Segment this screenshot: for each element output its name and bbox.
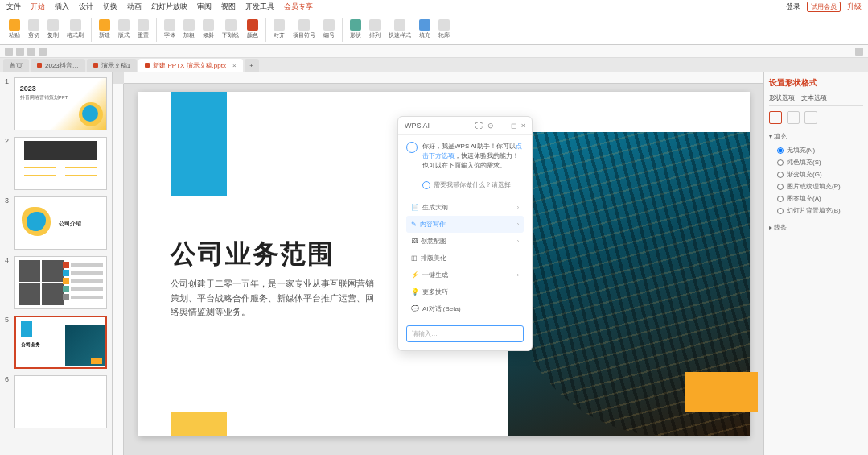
shapes-button[interactable]: 形状 bbox=[348, 18, 364, 41]
slide-panel[interactable]: 1 2023 抖音网络营销策划PPT 2 3 公司介绍 4 bbox=[0, 72, 113, 455]
format-panel-title: 设置形状格式 bbox=[769, 77, 863, 89]
doctab-3[interactable]: 新建 PPTX 演示文稿.pptx× bbox=[138, 59, 242, 72]
ai-opt-tips[interactable]: 💡更多技巧 bbox=[406, 283, 524, 300]
ai-assistant-panel: WPS AI ⛶ ⊙ — ◻ × 你好，我是WPS AI助手！你可以点击下方选项… bbox=[397, 116, 533, 351]
ai-avatar-icon bbox=[406, 142, 418, 153]
fill-pattern[interactable]: 图案填充(A) bbox=[769, 192, 863, 205]
main-area: 1 2023 抖音网络营销策划PPT 2 3 公司介绍 4 bbox=[0, 72, 868, 455]
effects-tab-icon[interactable] bbox=[787, 111, 800, 124]
doctab-2[interactable]: 演示文稿1 bbox=[87, 59, 137, 72]
ai-close-icon[interactable]: × bbox=[521, 122, 525, 130]
size-tab-icon[interactable] bbox=[804, 111, 817, 124]
menu-review[interactable]: 审阅 bbox=[197, 2, 212, 12]
login-link[interactable]: 登录 bbox=[786, 2, 800, 12]
copy-button[interactable]: 复制 bbox=[45, 18, 61, 41]
ai-opt-outline[interactable]: 📄生成大纲› bbox=[406, 199, 524, 216]
tab-shape-options[interactable]: 形状选项 bbox=[769, 93, 795, 102]
ai-options-list: 📄生成大纲› ✎内容写作› 🖼创意配图› ◫排版美化 ⚡一键生成› 💡更多技巧 … bbox=[398, 196, 532, 321]
format-panel: 设置形状格式 形状选项 文本选项 ▾ 填充 无填充(N) 纯色填充(S) 渐变填… bbox=[763, 72, 868, 455]
menu-view[interactable]: 视图 bbox=[221, 2, 236, 12]
menu-file[interactable]: 文件 bbox=[6, 2, 21, 12]
reset-button[interactable]: 重置 bbox=[135, 18, 151, 41]
outline-button[interactable]: 轮廓 bbox=[436, 18, 452, 41]
underline-button[interactable]: 下划线 bbox=[220, 18, 241, 41]
shape-yellow-rect-2[interactable] bbox=[171, 412, 227, 436]
new-slide-button[interactable]: 新建 bbox=[97, 18, 113, 41]
numbering-button[interactable]: 编号 bbox=[321, 18, 337, 41]
section-fill-header[interactable]: ▾ 填充 bbox=[769, 132, 863, 141]
slide-thumb-1[interactable]: 2023 抖音网络营销策划PPT bbox=[14, 77, 107, 130]
menu-transition[interactable]: 切换 bbox=[103, 2, 117, 12]
font-button[interactable]: 字体 bbox=[162, 18, 178, 41]
slide-thumb-5[interactable]: 公司业务 bbox=[14, 316, 107, 369]
ribbon: 粘贴 剪切 复制 格式刷 新建 版式 重置 字体 加粗 倾斜 下划线 颜色 对齐… bbox=[0, 14, 868, 45]
ring-icon bbox=[422, 181, 430, 189]
redo-icon[interactable] bbox=[27, 48, 35, 56]
tab-text-options[interactable]: 文本选项 bbox=[801, 93, 827, 102]
menu-vip[interactable]: 会员专享 bbox=[284, 2, 313, 12]
bullets-button[interactable]: 项目符号 bbox=[290, 18, 318, 41]
undo-icon[interactable] bbox=[16, 48, 24, 56]
ai-opt-layout[interactable]: ◫排版美化 bbox=[406, 250, 524, 267]
menu-animation[interactable]: 动画 bbox=[127, 2, 142, 12]
format-painter-button[interactable]: 格式刷 bbox=[64, 18, 86, 41]
italic-button[interactable]: 倾斜 bbox=[200, 18, 216, 41]
fill-solid[interactable]: 纯色填充(S) bbox=[769, 156, 863, 168]
quickstyle-button[interactable]: 快速样式 bbox=[386, 18, 413, 41]
ai-expand-icon[interactable]: ⛶ bbox=[475, 122, 483, 130]
paste-button[interactable]: 粘贴 bbox=[6, 18, 23, 41]
slide-thumb-2[interactable] bbox=[14, 137, 107, 190]
new-tab-button[interactable]: + bbox=[245, 59, 259, 72]
close-icon[interactable]: × bbox=[232, 62, 237, 69]
fill-gradient[interactable]: 渐变填充(G) bbox=[769, 168, 863, 180]
align-button[interactable]: 对齐 bbox=[271, 18, 287, 41]
menu-insert[interactable]: 插入 bbox=[55, 2, 69, 12]
menu-home[interactable]: 开始 bbox=[31, 2, 45, 12]
print-icon[interactable] bbox=[39, 48, 47, 56]
canvas-scroll[interactable]: 公司业务范围 公司创建于二零一五年，是一家专业从事互联网营销策划、平台战略合作服… bbox=[124, 84, 763, 455]
menu-slideshow[interactable]: 幻灯片放映 bbox=[151, 2, 187, 12]
layout-button[interactable]: 版式 bbox=[116, 18, 132, 41]
ai-opt-generate[interactable]: ⚡一键生成› bbox=[406, 267, 524, 283]
menu-dev[interactable]: 开发工具 bbox=[245, 2, 274, 12]
slide-thumb-4[interactable] bbox=[14, 256, 107, 309]
ruler-horizontal bbox=[124, 72, 763, 84]
quick-access-toolbar bbox=[0, 45, 868, 58]
upgrade-link[interactable]: 升级 bbox=[847, 2, 862, 12]
document-tabs: 首页 2023抖音… 演示文稿1 新建 PPTX 演示文稿.pptx× + bbox=[0, 58, 868, 72]
ai-minimize-icon[interactable]: — bbox=[499, 122, 506, 130]
menu-design[interactable]: 设计 bbox=[79, 2, 93, 12]
slide-heading[interactable]: 公司业务范围 bbox=[171, 237, 335, 272]
menu-bar: 文件 开始 插入 设计 切换 动画 幻灯片放映 审阅 视图 开发工具 会员专享 … bbox=[0, 0, 868, 14]
slide-thumb-6[interactable] bbox=[14, 375, 107, 428]
cut-button[interactable]: 剪切 bbox=[26, 18, 42, 41]
section-line-header[interactable]: ▸ 线条 bbox=[769, 223, 863, 232]
slide-thumb-3[interactable]: 公司介绍 bbox=[14, 196, 107, 250]
fill-slidebg[interactable]: 幻灯片背景填充(B) bbox=[769, 205, 863, 217]
ai-settings-icon[interactable]: ⊙ bbox=[487, 122, 494, 130]
shape-yellow-rect[interactable] bbox=[685, 372, 758, 412]
qat-more-icon[interactable] bbox=[855, 48, 863, 56]
ai-panel-title: WPS AI bbox=[405, 122, 430, 130]
fill-tab-icon[interactable] bbox=[769, 111, 782, 124]
arrange-button[interactable]: 排列 bbox=[367, 18, 383, 41]
canvas-area: 公司业务范围 公司创建于二零一五年，是一家专业从事互联网营销策划、平台战略合作服… bbox=[113, 72, 763, 455]
slide-body-text[interactable]: 公司创建于二零一五年，是一家专业从事互联网营销策划、平台战略合作服务、新媒体平台… bbox=[171, 277, 380, 320]
ai-opt-writing[interactable]: ✎内容写作› bbox=[406, 216, 524, 233]
fill-picture[interactable]: 图片或纹理填充(P) bbox=[769, 180, 863, 192]
ai-input-field[interactable]: 请输入… bbox=[406, 325, 524, 342]
color-button[interactable]: 颜色 bbox=[245, 18, 261, 41]
save-icon[interactable] bbox=[5, 48, 13, 56]
ai-opt-chat[interactable]: 💬AI对话 (Beta) bbox=[406, 300, 524, 317]
vip-badge[interactable]: 试用会员 bbox=[807, 2, 841, 12]
doctab-home[interactable]: 首页 bbox=[3, 59, 29, 72]
fill-none[interactable]: 无填充(N) bbox=[769, 144, 863, 156]
doctab-1[interactable]: 2023抖音… bbox=[31, 59, 85, 72]
ruler-vertical bbox=[113, 84, 124, 455]
ai-dock-icon[interactable]: ◻ bbox=[511, 122, 516, 130]
ai-opt-image[interactable]: 🖼创意配图› bbox=[406, 233, 524, 250]
fill-button[interactable]: 填充 bbox=[417, 18, 433, 41]
ai-subprompt: 需要我帮你做什么？请选择 bbox=[398, 177, 532, 196]
shape-blue-rect[interactable] bbox=[171, 92, 227, 196]
bold-button[interactable]: 加粗 bbox=[181, 18, 197, 41]
